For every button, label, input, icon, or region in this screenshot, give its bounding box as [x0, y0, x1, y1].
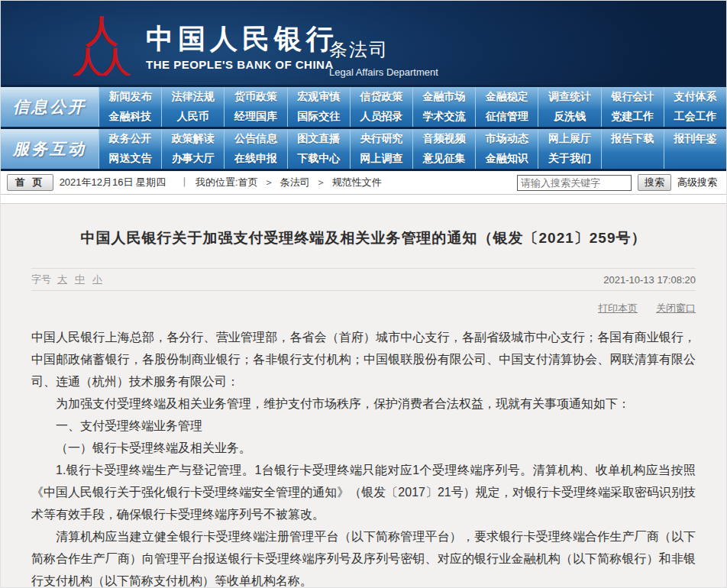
home-button[interactable]: 首 页: [7, 174, 53, 191]
nav-item[interactable]: 金融市场: [412, 87, 475, 107]
nav-item-empty: [664, 149, 726, 169]
nav-item-empty: [601, 149, 664, 169]
breadcrumb-item-category[interactable]: 规范性文件: [332, 176, 382, 189]
bank-name-cn: 中国人民银行: [146, 21, 338, 57]
breadcrumb: 我的位置:首页 ＞ 条法司 ＞ 规范性文件: [195, 176, 382, 189]
nav-label-info-disclosure[interactable]: 信息公开: [1, 87, 99, 127]
breadcrumb-separator: ＞: [316, 176, 326, 189]
nav-item[interactable]: 市场动态: [475, 129, 538, 149]
nav-section-info-disclosure: 信息公开 新闻发布 法律法规 货币政策 宏观审慎 信贷政策 金融市场 金融稳定 …: [1, 87, 726, 127]
department-block: 条法司 Legal Affairs Department: [329, 37, 438, 78]
article-panel: 中国人民银行关于加强支付受理终端及相关业务管理的通知（银发〔2021〕259号）…: [1, 203, 726, 587]
page: 人 人 人 中国人民银行 THE PEOPLE'S BANK OF CHINA …: [0, 0, 727, 588]
nav-item[interactable]: 金融科技: [99, 107, 161, 127]
article-meta-row: 字号 大 中 小 2021-10-13 17:08:20: [31, 268, 696, 291]
nav-item[interactable]: 网送文告: [99, 149, 161, 169]
font-size-small-link[interactable]: 小: [92, 273, 102, 286]
breadcrumb-location[interactable]: 我的位置:首页: [195, 176, 258, 189]
nav-label-service-interaction[interactable]: 服务互动: [1, 129, 99, 169]
paragraph: 一、支付受理终端业务管理: [31, 415, 696, 437]
nav-item[interactable]: 征信管理: [475, 107, 538, 127]
page-title: 中国人民银行关于加强支付受理终端及相关业务管理的通知（银发〔2021〕259号）: [31, 228, 696, 248]
main-nav: 信息公开 新闻发布 法律法规 货币政策 宏观审慎 信贷政策 金融市场 金融稳定 …: [1, 85, 726, 171]
nav-item[interactable]: 新闻发布: [99, 87, 161, 107]
site-header: 人 人 人 中国人民银行 THE PEOPLE'S BANK OF CHINA …: [1, 1, 726, 85]
nav-item[interactable]: 人员招录: [350, 107, 412, 127]
nav-item[interactable]: 银行会计: [601, 87, 664, 107]
nav-item[interactable]: 关于我们: [538, 149, 600, 169]
close-window-link[interactable]: 关闭窗口: [656, 302, 696, 315]
nav-item[interactable]: 支付体系: [664, 87, 726, 107]
nav-item[interactable]: 在线申报: [224, 149, 286, 169]
article-actions: 打印本页 关闭窗口: [31, 302, 696, 315]
nav-item[interactable]: 意见征集: [412, 149, 475, 169]
nav-item[interactable]: 法律法规: [161, 87, 224, 107]
nav-item[interactable]: 网上调查: [350, 149, 412, 169]
nav-item[interactable]: 图文直播: [287, 129, 350, 149]
nav-item[interactable]: 报刊年鉴: [664, 129, 726, 149]
paragraph: （一）银行卡受理终端及相关业务。: [31, 437, 696, 459]
font-size-large-link[interactable]: 大: [57, 273, 67, 286]
nav-item[interactable]: 办事大厅: [161, 149, 224, 169]
paragraph: 为加强支付受理终端及相关业务管理，维护支付市场秩序，保护消费者合法权益，现就有关…: [31, 393, 696, 415]
nav-item[interactable]: 金融稳定: [475, 87, 538, 107]
print-page-link[interactable]: 打印本页: [598, 302, 638, 315]
nav-item[interactable]: 宏观审慎: [287, 87, 350, 107]
nav-item[interactable]: 央行研究: [350, 129, 412, 149]
search-input[interactable]: [517, 175, 632, 191]
svg-text:人: 人: [99, 44, 131, 76]
current-date: 2021年12月16日 星期四: [60, 176, 166, 189]
nav-item[interactable]: 反洗钱: [538, 107, 600, 127]
breadcrumb-item-dept[interactable]: 条法司: [280, 176, 310, 189]
nav-item[interactable]: 党建工作: [601, 107, 664, 127]
nav-item[interactable]: 政策解读: [161, 129, 224, 149]
nav-item[interactable]: 政务公开: [99, 129, 161, 149]
nav-item[interactable]: 经理国库: [224, 107, 286, 127]
pboc-logo-icon: 人 人 人: [71, 15, 132, 76]
svg-text:人: 人: [72, 44, 104, 76]
advanced-search-link[interactable]: 高级搜索: [677, 176, 717, 189]
spacer: [1, 195, 726, 203]
breadcrumb-bar: 首 页 2021年12月16日 星期四 丨 我的位置:首页 ＞ 条法司 ＞ 规范…: [1, 171, 726, 195]
nav-item[interactable]: 人民币: [161, 107, 224, 127]
nav-item[interactable]: 公告信息: [224, 129, 286, 149]
divider: 丨: [179, 176, 189, 189]
nav-item[interactable]: 下载中心: [287, 149, 350, 169]
nav-item[interactable]: 音频视频: [412, 129, 475, 149]
department-name-cn: 条法司: [329, 37, 438, 62]
paragraph: 清算机构应当建立健全银行卡受理终端注册管理平台（以下简称管理平台），要求银行卡受…: [31, 525, 696, 587]
font-size-label: 字号: [31, 273, 51, 286]
nav-item[interactable]: 国际交往: [287, 107, 350, 127]
search-button[interactable]: 搜索: [638, 174, 671, 191]
breadcrumb-separator: ＞: [264, 176, 274, 189]
nav-section-service-interaction: 服务互动 政务公开 政策解读 公告信息 图文直播 央行研究 音频视频 市场动态 …: [1, 129, 726, 169]
nav-item[interactable]: 工会工作: [664, 107, 726, 127]
department-name-en: Legal Affairs Department: [329, 66, 438, 78]
paragraph: 中国人民银行上海总部，各分行、营业管理部，各省会（首府）城市中心支行，各副省级城…: [31, 326, 696, 393]
publish-timestamp: 2021-10-13 17:08:20: [603, 274, 696, 286]
font-size-medium-link[interactable]: 中: [75, 273, 85, 286]
nav-item[interactable]: 信贷政策: [350, 87, 412, 107]
bank-name-en: THE PEOPLE'S BANK OF CHINA: [146, 58, 338, 71]
paragraph: 1.银行卡受理终端生产与登记管理。1台银行卡受理终端只能对应1个受理终端序列号。…: [31, 459, 696, 525]
bank-name-block: 中国人民银行 THE PEOPLE'S BANK OF CHINA: [146, 21, 338, 71]
nav-item[interactable]: 金融知识: [475, 149, 538, 169]
nav-item[interactable]: 调查统计: [538, 87, 600, 107]
article-body: 中国人民银行上海总部，各分行、营业管理部，各省会（首府）城市中心支行，各副省级城…: [31, 326, 696, 587]
nav-item[interactable]: 学术交流: [412, 107, 475, 127]
nav-item[interactable]: 货币政策: [224, 87, 286, 107]
nav-item[interactable]: 网上展厅: [538, 129, 600, 149]
nav-item[interactable]: 报告下载: [601, 129, 664, 149]
